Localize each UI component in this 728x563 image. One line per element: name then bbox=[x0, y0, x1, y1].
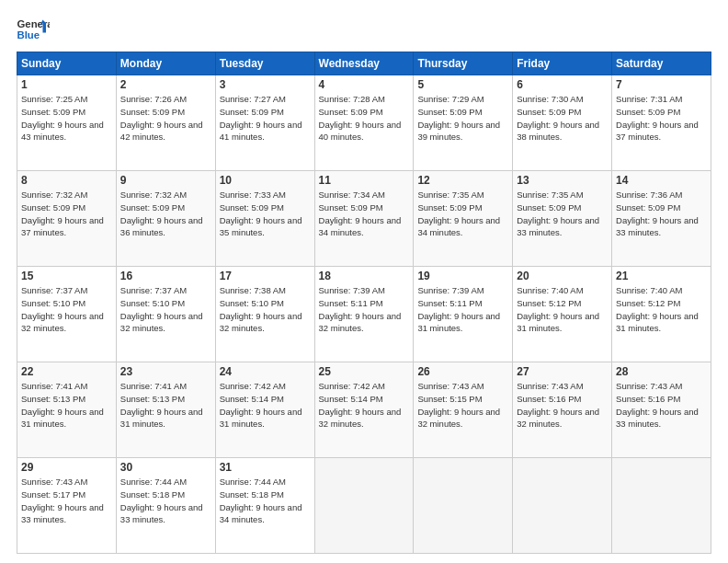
day-info: Sunrise: 7:42 AM Sunset: 5:14 PM Dayligh… bbox=[220, 380, 311, 431]
calendar-cell: 26 Sunrise: 7:43 AM Sunset: 5:15 PM Dayl… bbox=[414, 362, 513, 458]
calendar-cell: 31 Sunrise: 7:44 AM Sunset: 5:18 PM Dayl… bbox=[215, 458, 314, 554]
weekday-header: Monday bbox=[116, 52, 215, 75]
day-number: 13 bbox=[517, 174, 608, 187]
calendar-cell: 5 Sunrise: 7:29 AM Sunset: 5:09 PM Dayli… bbox=[414, 75, 513, 171]
day-number: 20 bbox=[517, 270, 608, 282]
calendar-cell: 23 Sunrise: 7:41 AM Sunset: 5:13 PM Dayl… bbox=[116, 362, 215, 458]
day-info: Sunrise: 7:41 AM Sunset: 5:13 PM Dayligh… bbox=[21, 380, 112, 431]
day-number: 31 bbox=[220, 461, 311, 474]
day-info: Sunrise: 7:32 AM Sunset: 5:09 PM Dayligh… bbox=[21, 189, 112, 239]
calendar-cell: 6 Sunrise: 7:30 AM Sunset: 5:09 PM Dayli… bbox=[513, 75, 612, 171]
day-number: 2 bbox=[120, 78, 211, 91]
weekday-header: Friday bbox=[513, 52, 612, 75]
day-number: 5 bbox=[417, 78, 508, 91]
day-number: 11 bbox=[319, 174, 410, 187]
day-info: Sunrise: 7:29 AM Sunset: 5:09 PM Dayligh… bbox=[417, 93, 508, 144]
day-info: Sunrise: 7:26 AM Sunset: 5:09 PM Dayligh… bbox=[120, 93, 211, 144]
day-info: Sunrise: 7:33 AM Sunset: 5:09 PM Dayligh… bbox=[220, 189, 311, 239]
day-info: Sunrise: 7:40 AM Sunset: 5:12 PM Dayligh… bbox=[616, 284, 707, 335]
day-number: 9 bbox=[120, 174, 211, 187]
day-info: Sunrise: 7:34 AM Sunset: 5:09 PM Dayligh… bbox=[319, 189, 410, 239]
calendar-row: 15 Sunrise: 7:37 AM Sunset: 5:10 PM Dayl… bbox=[17, 267, 711, 362]
day-number: 16 bbox=[120, 270, 211, 282]
calendar-cell: 25 Sunrise: 7:42 AM Sunset: 5:14 PM Dayl… bbox=[314, 362, 414, 458]
day-number: 6 bbox=[517, 78, 608, 91]
calendar-row: 22 Sunrise: 7:41 AM Sunset: 5:13 PM Dayl… bbox=[17, 362, 711, 458]
day-info: Sunrise: 7:35 AM Sunset: 5:09 PM Dayligh… bbox=[517, 189, 608, 239]
day-info: Sunrise: 7:39 AM Sunset: 5:11 PM Dayligh… bbox=[319, 284, 410, 335]
day-info: Sunrise: 7:37 AM Sunset: 5:10 PM Dayligh… bbox=[120, 284, 211, 335]
calendar-page: General Blue SundayMondayTuesdayWednesda… bbox=[0, 0, 728, 563]
day-info: Sunrise: 7:27 AM Sunset: 5:09 PM Dayligh… bbox=[220, 93, 311, 144]
day-number: 24 bbox=[220, 365, 311, 378]
day-number: 12 bbox=[417, 174, 508, 187]
day-info: Sunrise: 7:42 AM Sunset: 5:14 PM Dayligh… bbox=[319, 380, 410, 431]
page-header: General Blue bbox=[17, 17, 711, 42]
calendar-cell: 9 Sunrise: 7:32 AM Sunset: 5:09 PM Dayli… bbox=[116, 171, 215, 267]
calendar-cell bbox=[414, 458, 513, 554]
calendar-cell: 7 Sunrise: 7:31 AM Sunset: 5:09 PM Dayli… bbox=[612, 75, 711, 171]
day-info: Sunrise: 7:39 AM Sunset: 5:11 PM Dayligh… bbox=[417, 284, 508, 335]
calendar-cell: 16 Sunrise: 7:37 AM Sunset: 5:10 PM Dayl… bbox=[116, 267, 215, 362]
calendar-cell: 3 Sunrise: 7:27 AM Sunset: 5:09 PM Dayli… bbox=[215, 75, 314, 171]
day-number: 25 bbox=[319, 365, 410, 378]
day-number: 7 bbox=[616, 78, 707, 91]
day-number: 21 bbox=[616, 270, 707, 282]
day-info: Sunrise: 7:36 AM Sunset: 5:09 PM Dayligh… bbox=[616, 189, 707, 239]
day-number: 1 bbox=[21, 78, 112, 91]
weekday-header: Thursday bbox=[414, 52, 513, 75]
day-info: Sunrise: 7:35 AM Sunset: 5:09 PM Dayligh… bbox=[417, 189, 508, 239]
calendar-cell bbox=[612, 458, 711, 554]
day-number: 17 bbox=[220, 270, 311, 282]
calendar-cell: 12 Sunrise: 7:35 AM Sunset: 5:09 PM Dayl… bbox=[414, 171, 513, 267]
day-info: Sunrise: 7:25 AM Sunset: 5:09 PM Dayligh… bbox=[21, 93, 112, 144]
day-info: Sunrise: 7:31 AM Sunset: 5:09 PM Dayligh… bbox=[616, 93, 707, 144]
calendar-cell: 18 Sunrise: 7:39 AM Sunset: 5:11 PM Dayl… bbox=[314, 267, 414, 362]
day-number: 3 bbox=[220, 78, 311, 91]
day-info: Sunrise: 7:43 AM Sunset: 5:17 PM Dayligh… bbox=[21, 476, 112, 526]
calendar-cell: 21 Sunrise: 7:40 AM Sunset: 5:12 PM Dayl… bbox=[612, 267, 711, 362]
calendar-cell: 15 Sunrise: 7:37 AM Sunset: 5:10 PM Dayl… bbox=[17, 267, 117, 362]
calendar-cell: 1 Sunrise: 7:25 AM Sunset: 5:09 PM Dayli… bbox=[17, 75, 117, 171]
day-number: 18 bbox=[319, 270, 410, 282]
weekday-header: Sunday bbox=[17, 52, 117, 75]
day-info: Sunrise: 7:43 AM Sunset: 5:16 PM Dayligh… bbox=[517, 380, 608, 431]
day-number: 29 bbox=[21, 461, 112, 474]
calendar-cell: 10 Sunrise: 7:33 AM Sunset: 5:09 PM Dayl… bbox=[215, 171, 314, 267]
calendar-cell bbox=[513, 458, 612, 554]
day-info: Sunrise: 7:30 AM Sunset: 5:09 PM Dayligh… bbox=[517, 93, 608, 144]
calendar-row: 1 Sunrise: 7:25 AM Sunset: 5:09 PM Dayli… bbox=[17, 75, 711, 171]
calendar-cell: 4 Sunrise: 7:28 AM Sunset: 5:09 PM Dayli… bbox=[314, 75, 414, 171]
calendar-cell bbox=[314, 458, 414, 554]
calendar-cell: 2 Sunrise: 7:26 AM Sunset: 5:09 PM Dayli… bbox=[116, 75, 215, 171]
weekday-header: Tuesday bbox=[215, 52, 314, 75]
calendar-cell: 8 Sunrise: 7:32 AM Sunset: 5:09 PM Dayli… bbox=[17, 171, 117, 267]
calendar-cell: 20 Sunrise: 7:40 AM Sunset: 5:12 PM Dayl… bbox=[513, 267, 612, 362]
logo-icon: General Blue bbox=[17, 17, 50, 42]
calendar-cell: 13 Sunrise: 7:35 AM Sunset: 5:09 PM Dayl… bbox=[513, 171, 612, 267]
calendar-cell: 22 Sunrise: 7:41 AM Sunset: 5:13 PM Dayl… bbox=[17, 362, 117, 458]
day-number: 15 bbox=[21, 270, 112, 282]
day-number: 19 bbox=[417, 270, 508, 282]
calendar-cell: 27 Sunrise: 7:43 AM Sunset: 5:16 PM Dayl… bbox=[513, 362, 612, 458]
day-info: Sunrise: 7:44 AM Sunset: 5:18 PM Dayligh… bbox=[220, 476, 311, 526]
calendar-table: SundayMondayTuesdayWednesdayThursdayFrid… bbox=[17, 52, 711, 554]
day-info: Sunrise: 7:43 AM Sunset: 5:15 PM Dayligh… bbox=[417, 380, 508, 431]
calendar-cell: 30 Sunrise: 7:44 AM Sunset: 5:18 PM Dayl… bbox=[116, 458, 215, 554]
calendar-cell: 11 Sunrise: 7:34 AM Sunset: 5:09 PM Dayl… bbox=[314, 171, 414, 267]
day-number: 27 bbox=[517, 365, 608, 378]
calendar-cell: 14 Sunrise: 7:36 AM Sunset: 5:09 PM Dayl… bbox=[612, 171, 711, 267]
day-number: 8 bbox=[21, 174, 112, 187]
logo: General Blue bbox=[17, 17, 50, 42]
day-info: Sunrise: 7:28 AM Sunset: 5:09 PM Dayligh… bbox=[319, 93, 410, 144]
day-info: Sunrise: 7:37 AM Sunset: 5:10 PM Dayligh… bbox=[21, 284, 112, 335]
day-number: 28 bbox=[616, 365, 707, 378]
day-number: 10 bbox=[220, 174, 311, 187]
calendar-cell: 17 Sunrise: 7:38 AM Sunset: 5:10 PM Dayl… bbox=[215, 267, 314, 362]
day-number: 14 bbox=[616, 174, 707, 187]
calendar-row: 8 Sunrise: 7:32 AM Sunset: 5:09 PM Dayli… bbox=[17, 171, 711, 267]
day-info: Sunrise: 7:43 AM Sunset: 5:16 PM Dayligh… bbox=[616, 380, 707, 431]
day-number: 4 bbox=[319, 78, 410, 91]
day-info: Sunrise: 7:38 AM Sunset: 5:10 PM Dayligh… bbox=[220, 284, 311, 335]
calendar-cell: 19 Sunrise: 7:39 AM Sunset: 5:11 PM Dayl… bbox=[414, 267, 513, 362]
